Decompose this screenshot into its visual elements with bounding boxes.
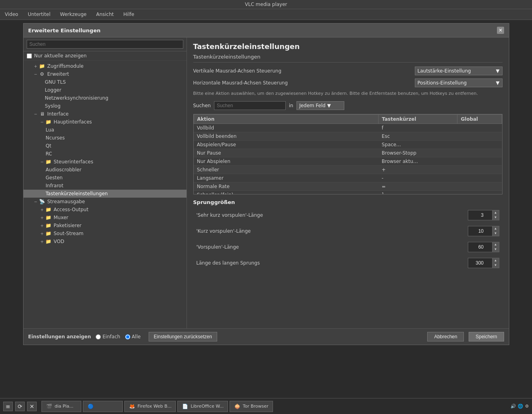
table-row[interactable]: Abspielen/Pause Space…: [194, 140, 502, 149]
spinner-up-vorspulen[interactable]: ▲: [493, 242, 499, 247]
jump-input-sehr-kurz[interactable]: [468, 212, 492, 219]
vertical-mouse-select[interactable]: Lautstärke-Einstellung ▼: [415, 67, 503, 75]
hotkey-search-input[interactable]: [214, 101, 286, 110]
menu-werkzeuge[interactable]: Werkzeuge: [59, 11, 88, 18]
taskbar-icon-refresh[interactable]: ⟳: [15, 402, 25, 411]
spinner-down-kurz[interactable]: ▼: [493, 231, 499, 236]
sidebar-item-erweitert[interactable]: − ⚙ Erweitert: [24, 70, 186, 78]
sidebar: Nur aktuelle anzeigen + 📁 Zugriffsmodule…: [24, 37, 187, 328]
sidebar-label-tastenkurzel: Tastenkürzeleinstellungen: [46, 191, 108, 196]
sidebar-item-ncurses[interactable]: Ncurses: [24, 134, 186, 142]
col-aktion[interactable]: Aktion: [194, 114, 379, 124]
firefox-label: Firefox Web B...: [137, 404, 171, 409]
sidebar-item-gnu-tls[interactable]: GNU TLS: [24, 78, 186, 86]
sidebar-item-lua[interactable]: Lua: [24, 126, 186, 134]
sidebar-item-gesten[interactable]: Gesten: [24, 174, 186, 182]
col-global[interactable]: Global: [457, 114, 502, 124]
table-row[interactable]: Langsamer -: [194, 174, 502, 182]
spinner-up-kurz[interactable]: ▲: [493, 226, 499, 231]
taskbar-app-vlc[interactable]: 🎬 dia Pla...: [41, 401, 81, 412]
taskbar-app-firefox[interactable]: 🦊 Firefox Web B...: [124, 401, 176, 412]
aktion-cell: Vollbild beenden: [194, 132, 379, 140]
title-bar: VLC media player: [0, 0, 532, 9]
spinner-down-vorspulen[interactable]: ▼: [493, 247, 499, 252]
sidebar-label-steuerinterfaces: Steuerinterfaces: [54, 159, 93, 165]
taskbar-icon-close[interactable]: ✕: [27, 402, 37, 411]
taskbar-app-tor[interactable]: 🧅 Tor Browser: [230, 401, 273, 412]
global-cell: [457, 165, 502, 174]
toggle-streamausgabe: −: [33, 200, 39, 204]
tastenkurzel-cell: Space…: [379, 140, 457, 149]
sidebar-label-syslog: Syslog: [45, 103, 61, 109]
tastenkurzel-cell: Browser aktu…: [379, 157, 457, 165]
spinner-down-lang[interactable]: ▼: [493, 263, 499, 268]
sidebar-item-netzwerk[interactable]: Netzwerksynchronisierung: [24, 94, 186, 102]
table-row[interactable]: Schneller (fein) ]: [194, 190, 502, 194]
search-field-select[interactable]: Jedem Feld ▼: [296, 101, 344, 110]
table-row[interactable]: Vollbild f: [194, 124, 502, 132]
show-settings-label: Einstellungen anzeigen: [28, 334, 91, 339]
sidebar-item-muxer[interactable]: + 📁 Muxer: [24, 214, 186, 222]
sidebar-item-infrarot[interactable]: Infrarot: [24, 182, 186, 190]
table-row[interactable]: Vollbild beenden Esc: [194, 132, 502, 140]
table-row[interactable]: Schneller +: [194, 165, 502, 174]
menu-hilfe[interactable]: Hilfe: [122, 11, 136, 18]
tastenkurzel-cell: -: [379, 174, 457, 182]
taskbar-app-2[interactable]: 🔵: [83, 401, 123, 412]
global-cell: [457, 157, 502, 165]
sidebar-search-input[interactable]: [27, 40, 183, 49]
menu-untertitel[interactable]: Untertitel: [26, 11, 52, 18]
sidebar-item-vod[interactable]: + 📁 VOD: [24, 237, 186, 245]
jump-input-kurz[interactable]: [468, 228, 492, 235]
folder-icon: 📁: [45, 231, 52, 236]
col-tastenkurzel[interactable]: Tastenkürzel: [379, 114, 457, 124]
menu-video[interactable]: Video: [3, 11, 20, 18]
sidebar-item-tastenkurzel[interactable]: Tastenkürzeleinstellungen: [24, 190, 186, 198]
dialog-close-button[interactable]: ✕: [497, 27, 504, 34]
sidebar-label-logger: Logger: [45, 87, 61, 93]
table-row[interactable]: Nur Abspielen Browser aktu…: [194, 157, 502, 165]
dropdown-icon: ▼: [496, 68, 499, 74]
sidebar-item-steuerinterfaces[interactable]: − 📁 Steuerinterfaces: [24, 158, 186, 166]
jump-label: 'Sehr kurz vorspulen'-Länge: [196, 212, 468, 218]
sidebar-item-logger[interactable]: Logger: [24, 86, 186, 94]
sidebar-item-hauptinterfaces[interactable]: − 📁 Hauptinterfaces: [24, 118, 186, 126]
jump-input-lang[interactable]: [468, 259, 492, 267]
taskbar-app-libreoffice[interactable]: 📄 LibreOffice W...: [177, 401, 228, 412]
bottom-bar: Einstellungen anzeigen Einfach Alle Eins…: [24, 328, 509, 345]
taskbar-network-icon[interactable]: 🌐: [518, 404, 523, 409]
reset-button[interactable]: Einstellungen zurücksetzen: [149, 332, 217, 341]
sidebar-item-streamausgabe[interactable]: − 📡 Streamausgabe: [24, 198, 186, 206]
sidebar-item-syslog[interactable]: Syslog: [24, 102, 186, 110]
hotkeys-table-scroll[interactable]: Aktion Tastenkürzel Global Vollbild f Vo…: [194, 114, 502, 194]
firefox-icon: 🦊: [129, 403, 135, 410]
radio-einfach-input[interactable]: [96, 334, 101, 339]
jump-input-vorspulen[interactable]: [468, 243, 492, 251]
spinner-buttons: ▲ ▼: [492, 242, 499, 252]
save-button[interactable]: Speichern: [469, 332, 504, 341]
sidebar-item-access-output[interactable]: + 📁 Access-Output: [24, 206, 186, 214]
radio-alle-input[interactable]: [125, 334, 130, 339]
jump-row: 'Vorspulen'-Länge ▲ ▼: [193, 240, 503, 254]
spinner-down-sehr-kurz[interactable]: ▼: [493, 215, 499, 220]
cancel-button[interactable]: Abbrechen: [427, 332, 464, 341]
sidebar-item-zugriffsmodule[interactable]: + 📁 Zugriffsmodule: [24, 62, 186, 70]
sidebar-item-audioscrobbler[interactable]: Audioscrobbler: [24, 166, 186, 174]
sidebar-item-sout-stream[interactable]: + 📁 Sout-Stream: [24, 230, 186, 237]
sidebar-item-interface[interactable]: − 🖥 Interface: [24, 110, 186, 118]
table-row[interactable]: Nur Pause Browser-Stopp: [194, 149, 502, 157]
spinner-up-lang[interactable]: ▲: [493, 258, 499, 263]
sidebar-item-rc[interactable]: RC: [24, 150, 186, 158]
show-current-checkbox[interactable]: [27, 53, 32, 59]
taskbar-icon-menu[interactable]: ≡: [3, 402, 13, 411]
menu-ansicht[interactable]: Ansicht: [94, 11, 115, 18]
taskbar-volume-icon[interactable]: 🔊: [510, 404, 516, 409]
sidebar-label-lua: Lua: [46, 127, 54, 133]
sidebar-label-gesten: Gesten: [46, 175, 63, 181]
horizontal-mouse-select[interactable]: Positions-Einstellung ▼: [415, 78, 503, 87]
sidebar-item-qt[interactable]: Qt: [24, 142, 186, 150]
taskbar-settings-icon[interactable]: ⚙: [525, 404, 529, 409]
table-row[interactable]: Normale Rate =: [194, 182, 502, 190]
spinner-up-sehr-kurz[interactable]: ▲: [493, 210, 499, 215]
sidebar-item-paketisierer[interactable]: + 📁 Paketisierer: [24, 222, 186, 230]
